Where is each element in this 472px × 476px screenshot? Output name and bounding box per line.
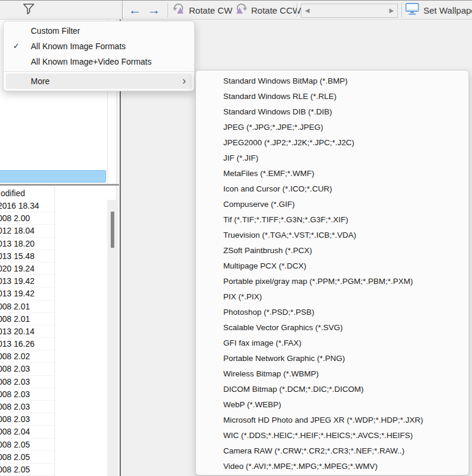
file-row[interactable]: 013 15.48 (0, 250, 54, 263)
submenu-item[interactable]: Standard Windows RLE (*.RLE) (198, 89, 466, 104)
submenu-item-label: DICOM Bitmap (*.DCM;*.DIC;*.DICOM) (223, 385, 364, 394)
file-row[interactable]: 013 20.14 (0, 325, 54, 338)
forward-arrow-icon: → (147, 2, 160, 18)
file-row-label: 013 16.26 (0, 338, 34, 350)
file-row[interactable]: 008 2.04 (0, 426, 54, 438)
submenu-item-label: JPEG2000 (*.JP2;*.J2K;*.JPC;*.J2C) (223, 138, 354, 147)
submenu-item[interactable]: DICOM Bitmap (*.DCM;*.DIC;*.DICOM) (198, 382, 466, 397)
toolbar-separator (402, 3, 403, 17)
toolbar-scroll-strip[interactable]: ◀ ▶ (301, 4, 398, 18)
menu-item-label: All Known Image+Video Formats (31, 57, 152, 66)
submenu-item-label: WebP (*.WEBP) (223, 400, 281, 409)
vertical-scrollbar[interactable] (107, 200, 116, 476)
submenu-item-label: MetaFiles (*.EMF;*.WMF) (223, 169, 314, 178)
submenu-item-label: Standard Windows DIB (*.DIB) (223, 107, 332, 116)
file-row[interactable]: 2016 18.34 (0, 200, 54, 212)
menu-item-all-known-image-formats[interactable]: ✓ All Known Image Formats (6, 39, 192, 54)
file-row-label: 008 2.03 (0, 388, 30, 400)
file-row[interactable]: 008 2.01 (0, 313, 54, 325)
file-row[interactable]: 008 2.05 (0, 451, 54, 464)
submenu-item[interactable]: Portable pixel/gray map (*.PPM;*.PGM;*.P… (198, 274, 466, 289)
set-wallpaper-button[interactable]: Set Wallpaper (405, 2, 472, 18)
column-header-modified[interactable]: odified (1, 189, 25, 198)
file-row[interactable]: 012 18.04 (0, 225, 54, 237)
file-row[interactable]: 013 19.42 (0, 287, 54, 300)
back-button[interactable]: ← (127, 2, 143, 18)
rotate-ccw-icon (235, 2, 248, 18)
file-row-label: 013 19.42 (0, 287, 34, 299)
submenu-item[interactable]: Wireless Bitmap (*.WBMP) (198, 366, 466, 382)
file-row[interactable]: 013 19.42 (0, 275, 54, 287)
chevron-right-icon: › (182, 73, 186, 88)
filter-button[interactable] (23, 2, 35, 18)
submenu-item[interactable]: Scalable Vector Graphics (*.SVG) (198, 320, 466, 336)
submenu-item-label: WIC (*.DDS;*.HEIC;*.HEIF;*.HEICS;*.AVCS;… (223, 431, 413, 440)
rotate-cw-button[interactable]: Rotate CW (172, 2, 232, 18)
file-row-label: 013 15.48 (0, 250, 34, 262)
submenu-item[interactable]: ZSoft Paintbrush (*.PCX) (198, 243, 466, 258)
back-arrow-icon: ← (129, 2, 142, 18)
submenu-item[interactable]: JPEG (*.JPG;*.JPE;*.JPEG) (198, 120, 466, 135)
rotate-cw-label: Rotate CW (189, 5, 232, 15)
submenu-item-label: Scalable Vector Graphics (*.SVG) (223, 323, 343, 332)
submenu-item[interactable]: Tif (*.TIF;*.TIFF;*.G3N;*.G3F;*.XIF) (198, 212, 466, 228)
file-row[interactable]: 008 2.03 (0, 401, 54, 413)
menu-item-custom-filter[interactable]: Custom Filter (6, 23, 192, 39)
submenu-item[interactable]: WebP (*.WEBP) (198, 397, 466, 413)
submenu-item-label: Truevision (*.TGA;*.VST;*.ICB;*.VDA) (223, 231, 357, 239)
submenu-item-label: ZSoft Paintbrush (*.PCX) (223, 246, 312, 255)
submenu-item[interactable]: PIX (*.PIX) (198, 289, 466, 305)
file-row[interactable]: 008 2.02 (0, 350, 54, 363)
submenu-item-label: Compuserve (*.GIF) (223, 200, 295, 209)
file-row[interactable]: 008 2.03 (0, 388, 54, 401)
submenu-item-label: Multipage PCX (*.DCX) (223, 261, 306, 270)
submenu-item-label: Video (*.AVI;*.MPE;*.MPG;*.MPEG;*.WMV) (223, 462, 378, 471)
submenu-item[interactable]: Photoshop (*.PSD;*.PSB) (198, 305, 466, 320)
file-row[interactable]: 008 2.03 (0, 376, 54, 388)
submenu-item[interactable]: Truevision (*.TGA;*.VST;*.ICB;*.VDA) (198, 228, 466, 243)
file-row[interactable]: 008 2.05 (0, 464, 54, 476)
submenu-item-label: Portable pixel/gray map (*.PPM;*.PGM;*.P… (223, 277, 413, 286)
submenu-item-label: Standard Windows BitMap (*.BMP) (223, 76, 348, 85)
scroll-left-icon[interactable]: ◀ (305, 7, 310, 15)
scrollbar-thumb[interactable] (111, 212, 114, 248)
submenu-item[interactable]: Compuserve (*.GIF) (198, 197, 466, 212)
file-row[interactable]: 008 2.00 (0, 212, 54, 225)
submenu-item[interactable]: Portable Network Graphic (*.PNG) (198, 351, 466, 366)
menu-item-more[interactable]: More › (6, 74, 192, 89)
submenu-item[interactable]: Standard Windows DIB (*.DIB) (198, 104, 466, 120)
submenu-item[interactable]: JIF (*.JIF) (198, 151, 466, 166)
submenu-item-label: GFI fax image (*.FAX) (223, 338, 301, 347)
scroll-right-icon[interactable]: ▶ (389, 7, 394, 15)
submenu-item-label: Tif (*.TIF;*.TIFF;*.G3N;*.G3F;*.XIF) (223, 215, 348, 224)
selected-list-item[interactable] (0, 170, 106, 183)
file-row[interactable]: 008 2.05 (0, 439, 54, 451)
file-row-label: 008 2.00 (0, 212, 30, 224)
file-row[interactable]: 013 18.20 (0, 238, 54, 250)
file-row[interactable]: 020 19.24 (0, 263, 54, 275)
menu-item-all-known-image-video-formats[interactable]: All Known Image+Video Formats (6, 54, 192, 69)
submenu-item[interactable]: WIC (*.DDS;*.HEIC;*.HEIF;*.HEICS;*.AVCS;… (198, 428, 466, 443)
submenu-item[interactable]: JPEG2000 (*.JP2;*.J2K;*.JPC;*.J2C) (198, 135, 466, 151)
file-row[interactable]: 013 16.26 (0, 338, 54, 350)
file-row-label: 008 2.01 (0, 301, 30, 312)
file-row-label: 008 2.03 (0, 401, 30, 413)
submenu-item-label: Standard Windows RLE (*.RLE) (223, 92, 336, 101)
submenu-item[interactable]: Video (*.AVI;*.MPE;*.MPG;*.MPEG;*.WMV) (198, 459, 466, 474)
file-row[interactable]: 008 2.03 (0, 413, 54, 426)
file-row[interactable]: 008 2.03 (0, 363, 54, 375)
forward-button[interactable]: → (146, 2, 162, 18)
submenu-item[interactable]: Microsoft HD Photo and JPEG XR (*.WDP;*.… (198, 413, 466, 428)
submenu-item[interactable]: Standard Windows BitMap (*.BMP) (198, 74, 466, 89)
submenu-item[interactable]: MetaFiles (*.EMF;*.WMF) (198, 166, 466, 181)
submenu-item[interactable]: Camera RAW (*.CRW;*.CR2;*.CR3;*.NEF;*.RA… (198, 443, 466, 459)
submenu-item-label: Microsoft HD Photo and JPEG XR (*.WDP;*.… (223, 416, 423, 424)
menu-item-label: All Known Image Formats (31, 41, 126, 51)
horizontal-splitter[interactable] (0, 184, 119, 186)
rotate-ccw-button[interactable]: Rotate CCW (235, 2, 301, 18)
submenu-item[interactable]: Multipage PCX (*.DCX) (198, 258, 466, 274)
submenu-item[interactable]: Icon and Cursor (*.ICO;*.CUR) (198, 181, 466, 197)
submenu-item[interactable]: GFI fax image (*.FAX) (198, 336, 466, 351)
app-window: ← → Rotate CW (0, 0, 472, 476)
file-row[interactable]: 008 2.01 (0, 301, 54, 313)
